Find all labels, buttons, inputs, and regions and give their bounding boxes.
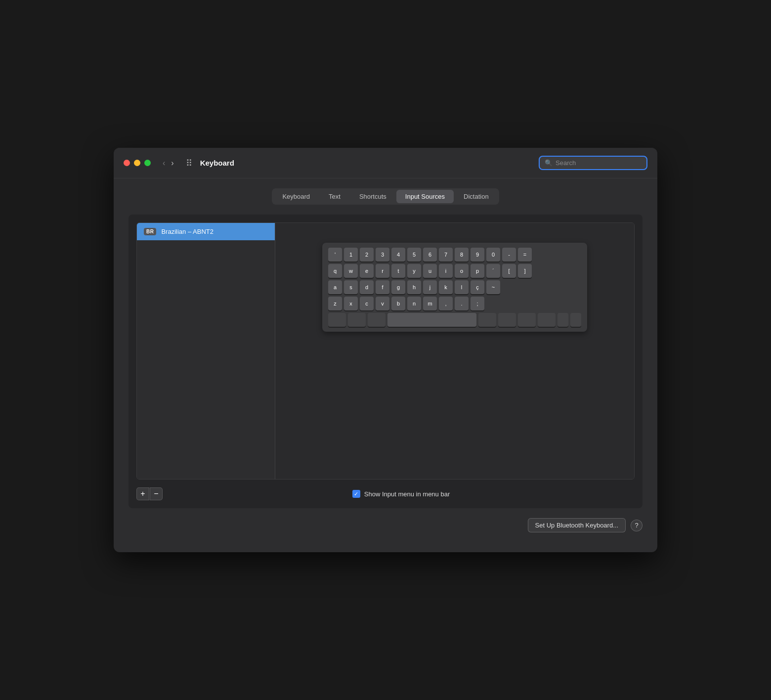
tab-bar: Keyboard Text Shortcuts Input Sources Di…: [272, 188, 499, 205]
main-panel: BR Brazilian – ABNT2 ' 1 2 3 4: [128, 215, 642, 508]
key-x: x: [344, 297, 358, 310]
key-equals: =: [518, 248, 532, 262]
source-name: Brazilian – ABNT2: [161, 228, 214, 235]
source-badge: BR: [144, 228, 156, 235]
key-l: l: [455, 280, 469, 294]
key-s: s: [344, 280, 358, 294]
key-mod-2: [348, 313, 366, 327]
key-cedilla: ç: [471, 280, 484, 294]
key-z: z: [328, 297, 342, 310]
key-1: 1: [344, 248, 358, 262]
key-row-2: q w e r t y u i o p ´ [ ]: [328, 264, 581, 278]
key-a: a: [328, 280, 342, 294]
key-v: v: [376, 297, 389, 310]
key-mod-7: [538, 313, 556, 327]
content-area: Keyboard Text Shortcuts Input Sources Di…: [114, 178, 657, 552]
nav-arrows: ‹ ›: [161, 158, 176, 168]
close-button[interactable]: [124, 160, 130, 166]
key-r: r: [376, 264, 389, 278]
add-source-button[interactable]: +: [136, 487, 149, 500]
key-w: w: [344, 264, 358, 278]
key-f: f: [376, 280, 389, 294]
traffic-lights: [124, 160, 151, 166]
checkmark-icon: ✓: [354, 491, 358, 497]
key-h: h: [407, 280, 421, 294]
search-bar[interactable]: 🔍: [539, 156, 647, 170]
titlebar: ‹ › ⠿ Keyboard 🔍: [114, 148, 657, 178]
key-spacebar: [387, 313, 476, 327]
key-8: 8: [455, 248, 469, 262]
key-7: 7: [439, 248, 453, 262]
footer: Set Up Bluetooth Keyboard... ?: [128, 518, 642, 537]
tab-dictation[interactable]: Dictation: [455, 190, 498, 203]
key-tilde: ~: [486, 280, 500, 294]
add-remove-buttons: + −: [136, 487, 163, 500]
key-y: y: [407, 264, 421, 278]
key-4: 4: [391, 248, 405, 262]
setup-bluetooth-button[interactable]: Set Up Bluetooth Keyboard...: [528, 518, 626, 532]
tab-input-sources[interactable]: Input Sources: [396, 190, 454, 203]
key-9: 9: [471, 248, 484, 262]
key-q: q: [328, 264, 342, 278]
key-period: .: [455, 297, 469, 310]
key-j: j: [423, 280, 437, 294]
key-close-bracket: ]: [518, 264, 532, 278]
key-u: u: [423, 264, 437, 278]
key-apostrophe: ': [328, 248, 342, 262]
key-open-bracket: [: [502, 264, 516, 278]
key-k: k: [439, 280, 453, 294]
key-mod-5: [498, 313, 516, 327]
key-3: 3: [376, 248, 389, 262]
key-b: b: [391, 297, 405, 310]
tab-keyboard[interactable]: Keyboard: [273, 190, 319, 203]
show-input-menu-label: Show Input menu in menu bar: [364, 490, 450, 498]
key-c: c: [360, 297, 374, 310]
source-item-brazilian[interactable]: BR Brazilian – ABNT2: [137, 223, 275, 240]
keyboard-preview: ' 1 2 3 4 5 6 7 8 9 0 - =: [275, 223, 634, 479]
keyboard-visual: ' 1 2 3 4 5 6 7 8 9 0 - =: [322, 243, 587, 332]
key-mod-4: [478, 313, 496, 327]
key-mod-9: [570, 313, 581, 327]
key-d: d: [360, 280, 374, 294]
key-mod-1: [328, 313, 346, 327]
checkbox-row: ✓ Show Input menu in menu bar: [168, 490, 635, 498]
grid-icon[interactable]: ⠿: [186, 158, 192, 169]
key-row-4: z x c v b n m , . ;: [328, 297, 581, 310]
panel-inner: BR Brazilian – ABNT2 ' 1 2 3 4: [136, 222, 635, 480]
minimize-button[interactable]: [134, 160, 140, 166]
maximize-button[interactable]: [144, 160, 151, 166]
key-n: n: [407, 297, 421, 310]
forward-arrow[interactable]: ›: [169, 158, 175, 168]
key-p: p: [471, 264, 484, 278]
window-title: Keyboard: [200, 159, 533, 167]
tab-text[interactable]: Text: [320, 190, 349, 203]
key-acute: ´: [486, 264, 500, 278]
search-input[interactable]: [556, 159, 642, 167]
source-list: BR Brazilian – ABNT2: [137, 223, 275, 479]
key-o: o: [455, 264, 469, 278]
show-input-menu-checkbox[interactable]: ✓: [352, 490, 360, 498]
key-row-3: a s d f g h j k l ç ~: [328, 280, 581, 294]
key-semicolon: ;: [471, 297, 484, 310]
key-comma: ,: [439, 297, 453, 310]
key-mod-3: [368, 313, 386, 327]
key-6: 6: [423, 248, 437, 262]
key-5: 5: [407, 248, 421, 262]
keyboard-preferences-window: ‹ › ⠿ Keyboard 🔍 Keyboard Text Shortcuts…: [114, 148, 657, 552]
remove-source-button[interactable]: −: [150, 487, 163, 500]
key-e: e: [360, 264, 374, 278]
key-row-1: ' 1 2 3 4 5 6 7 8 9 0 - =: [328, 248, 581, 262]
key-m: m: [423, 297, 437, 310]
key-mod-6: [518, 313, 536, 327]
key-mod-8: [557, 313, 568, 327]
tab-shortcuts[interactable]: Shortcuts: [350, 190, 395, 203]
key-row-mod: [328, 313, 581, 327]
key-g: g: [391, 280, 405, 294]
help-button[interactable]: ?: [631, 520, 642, 531]
key-t: t: [391, 264, 405, 278]
key-minus: -: [502, 248, 516, 262]
bottom-controls: + − ✓ Show Input menu in menu bar: [136, 487, 635, 500]
key-0: 0: [486, 248, 500, 262]
key-2: 2: [360, 248, 374, 262]
back-arrow[interactable]: ‹: [161, 158, 167, 168]
